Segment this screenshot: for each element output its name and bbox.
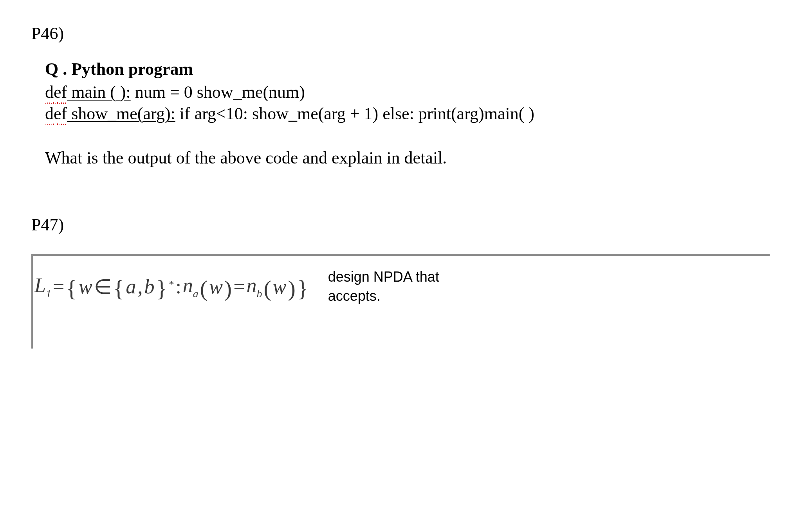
eq-star: * — [169, 279, 174, 290]
eq-in: ∈ — [94, 275, 112, 298]
language-definition-equation: L1 = { w ∈ { a,b }* : na (w) = nb (w) } — [33, 274, 308, 299]
p46-content: Q . Python program def main ( ): num = 0… — [45, 59, 770, 168]
document-page: P46) Q . Python program def main ( ): nu… — [0, 0, 801, 532]
code-line-2-tail: if arg<10: show_me(arg + 1) else: print(… — [175, 104, 534, 123]
code-line-1-defpart: main ( ): — [67, 83, 131, 102]
eq-arg2: w — [273, 275, 287, 298]
question-label: Q — [45, 59, 58, 79]
problem-label-p47: P47) — [31, 215, 770, 235]
eq-L: L1 — [34, 274, 51, 299]
question-prompt: What is the output of the above code and… — [45, 148, 770, 168]
eq-equals: = — [53, 275, 64, 298]
npda-instruction: design NPDA that accepts. — [328, 268, 439, 306]
code-line-1: def main ( ): num = 0 show_me(num) — [45, 81, 770, 103]
p47-equation-block: L1 = { w ∈ { a,b }* : na (w) = nb (w) } … — [31, 254, 770, 349]
eq-arg1: w — [209, 275, 223, 298]
eq-nb: nb — [247, 274, 262, 299]
eq-colon: : — [175, 275, 181, 298]
npda-line-1: design NPDA that — [328, 268, 439, 287]
code-line-1-tail: num = 0 show_me(num) — [131, 83, 305, 102]
problem-label-p46: P46) — [31, 23, 770, 43]
eq-w: w — [79, 275, 92, 298]
eq-b: b — [144, 275, 155, 298]
eq-na: na — [183, 274, 198, 299]
eq-a: a — [126, 275, 136, 298]
code-line-2-defpart: show_me(arg): — [67, 104, 175, 123]
def-keyword-1: def — [45, 81, 67, 103]
def-keyword-2: def — [45, 103, 67, 124]
eq-comma: , — [138, 275, 143, 298]
npda-line-2: accepts. — [328, 287, 439, 306]
code-line-2: def show_me(arg): if arg<10: show_me(arg… — [45, 103, 770, 124]
eq-mid-equals: = — [233, 275, 245, 298]
question-title: . Python program — [58, 59, 193, 79]
question-heading: Q . Python program — [45, 59, 770, 79]
